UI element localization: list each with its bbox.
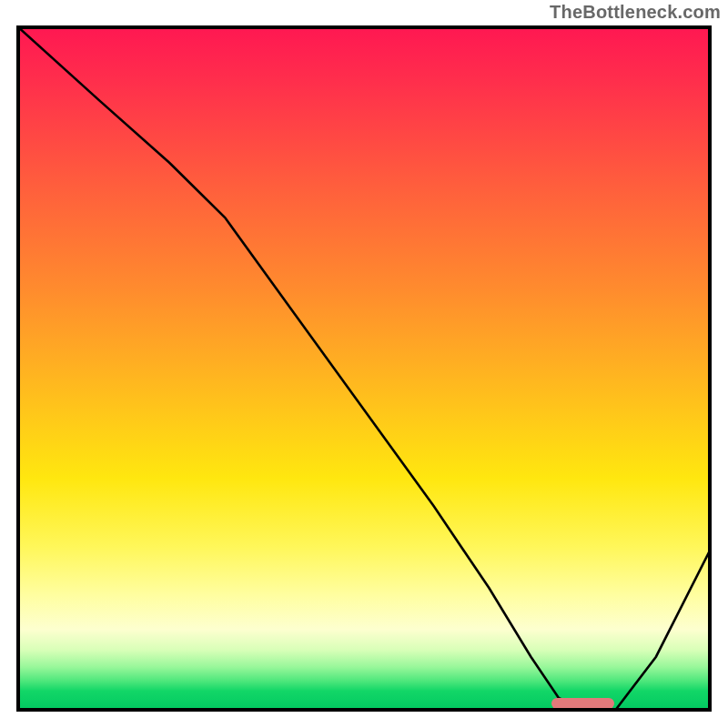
plot-area <box>16 25 712 712</box>
curve-overlay <box>16 25 712 712</box>
watermark-text: TheBottleneck.com <box>550 2 721 23</box>
bottleneck-curve-path <box>16 25 712 712</box>
optimal-range-marker <box>551 698 614 709</box>
chart-container: TheBottleneck.com <box>0 0 728 728</box>
